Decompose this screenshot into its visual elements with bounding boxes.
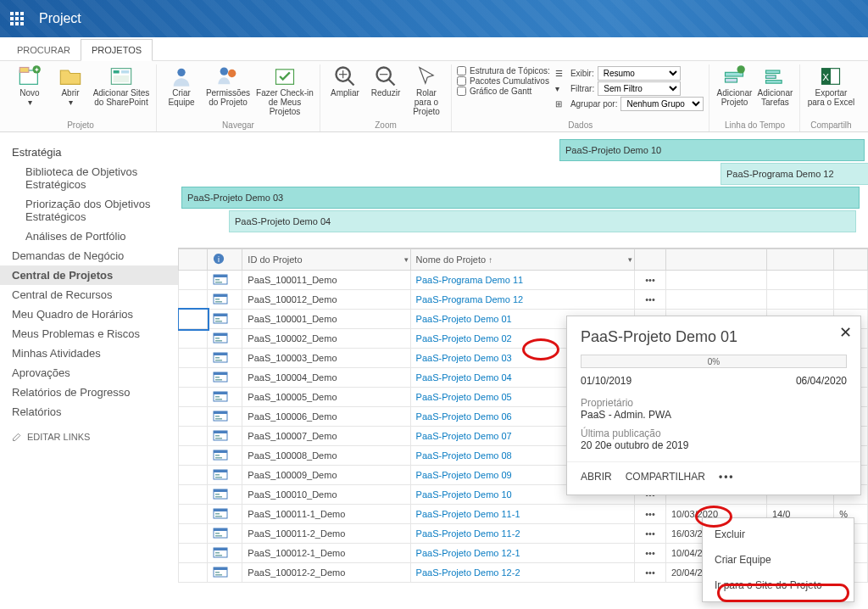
nav-issues-risks[interactable]: Meus Problemas e Riscos [0,324,178,344]
progress-bar: 0% [581,355,847,368]
nav-strategy[interactable]: Estratégia [0,142,178,162]
col-indicator[interactable]: i [208,249,242,271]
row-select-cell[interactable] [179,388,208,407]
zoom-in-button[interactable]: Ampliar [326,64,364,119]
svg-rect-84 [215,533,220,534]
row-more-button[interactable]: ••• [634,271,665,290]
open-button[interactable]: Abrir▾ [51,64,90,119]
svg-rect-33 [215,282,222,283]
row-select-cell[interactable] [179,505,208,524]
create-team-button[interactable]: Criar Equipe [162,64,201,119]
gantt-bar[interactable]: PaaS-Projeto Demo 04 [229,210,856,232]
row-select-cell[interactable] [179,329,208,349]
project-icon [213,312,228,324]
row-name-link[interactable]: PaaS-Programa Demo 12 [410,290,634,310]
col-date2[interactable] [766,249,833,271]
row-id-cell: PaaS_100012_Demo [242,290,410,310]
gantt-bar[interactable]: PaaS-Programa Demo 12 [721,163,868,185]
svg-rect-92 [215,572,220,573]
nav-projects-center[interactable]: Central de Projetos [0,265,178,285]
row-more-button[interactable]: ••• [634,290,665,310]
outline-checkbox[interactable] [457,66,466,75]
row-more-button[interactable]: ••• [634,563,665,583]
row-select-cell[interactable] [179,310,208,329]
nav-objectives-library[interactable]: Biblioteca de Objetivos Estratégicos [0,162,178,194]
svg-rect-85 [215,535,222,537]
ribbon-tabs: PROCURAR PROJETOS [0,37,868,61]
col-pct[interactable] [834,249,868,271]
zoom-out-button[interactable]: Reduzir [366,64,405,119]
col-project-id[interactable]: ID do Projeto▾ [242,249,410,271]
row-select-cell[interactable] [179,290,208,310]
flyout-more-button[interactable]: ••• [719,471,735,483]
nav-progress-reports[interactable]: Relatórios de Progresso [0,383,178,402]
new-project-button[interactable]: ✦ Novo▾ [10,64,49,119]
nav-business-demands[interactable]: Demandas de Negócio [0,246,178,265]
nav-approvals[interactable]: Aprovações [0,363,178,383]
svg-rect-1 [19,68,28,73]
menu-delete[interactable]: Excluir [703,522,854,547]
row-select-cell[interactable] [179,524,208,544]
row-id-cell: PaaS_100012-1_Demo [242,544,410,563]
row-select-cell[interactable] [179,544,208,563]
row-name-link[interactable]: PaaS-Projeto Demo 11-1 [410,505,634,524]
nav-timesheet[interactable]: Meu Quadro de Horários [0,304,178,324]
row-name-link[interactable]: PaaS-Projeto Demo 12-1 [410,544,634,563]
close-icon[interactable]: ✕ [839,323,852,342]
row-select-cell[interactable] [179,446,208,466]
app-launcher-icon[interactable] [10,12,24,25]
col-select[interactable] [179,249,208,271]
flyout-open-button[interactable]: ABRIR [581,471,612,483]
row-select-cell[interactable] [179,407,208,427]
row-select-cell[interactable] [179,485,208,505]
row-more-button[interactable]: ••• [634,524,665,544]
add-tasks-button[interactable]: Adicionar Tarefas [755,64,794,119]
scroll-to-project-button[interactable]: Rolar para o Projeto [407,64,446,119]
row-select-cell[interactable] [179,271,208,290]
nav-activities[interactable]: Minhas Atividades [0,344,178,363]
svg-rect-40 [215,318,220,320]
nav-reports[interactable]: Relatórios [0,402,178,422]
row-select-cell[interactable] [179,427,208,446]
cumulative-checkbox[interactable] [457,76,466,86]
table-row[interactable]: PaaS_100011_DemoPaaS-Programa Demo 11••• [179,271,868,290]
gantt-bar[interactable]: PaaS-Projeto Demo 03 [181,187,860,209]
add-sharepoint-sites-button[interactable]: Adicionar Sites do SharePoint [92,64,151,119]
row-select-cell[interactable] [179,349,208,368]
flyout-share-button[interactable]: COMPARTILHAR [626,471,705,483]
row-name-link[interactable]: PaaS-Projeto Demo 11-2 [410,524,634,544]
col-project-name[interactable]: Nome do Projeto ↑▾ [410,249,634,271]
table-row[interactable]: PaaS_100012_DemoPaaS-Programa Demo 12••• [179,290,868,310]
add-project-icon [722,66,746,87]
row-id-cell: PaaS_100010_Demo [242,485,410,505]
row-name-link[interactable]: PaaS-Programa Demo 11 [410,271,634,290]
filter-select[interactable]: Sem Filtro [598,81,681,96]
col-date1[interactable] [665,249,766,271]
export-excel-button[interactable]: X Exportar para o Excel [805,64,856,119]
row-select-cell[interactable] [179,466,208,485]
menu-go-to-site[interactable]: Ir para o Site do Projeto [703,573,854,598]
nav-portfolio-analyses[interactable]: Análises de Portfólio [0,226,178,246]
row-indicator-cell [208,368,242,388]
row-select-cell[interactable] [179,368,208,388]
tab-browse[interactable]: PROCURAR [7,40,81,60]
svg-rect-88 [215,552,220,554]
nav-prioritization[interactable]: Priorização dos Objetivos Estratégicos [0,194,178,226]
edit-links-button[interactable]: EDITAR LINKS [0,422,178,452]
tab-projects[interactable]: PROJETOS [81,39,153,61]
project-permissions-button[interactable]: Permissões do Projeto [203,64,253,119]
view-select[interactable]: Resumo [598,66,681,81]
gantt-timeline[interactable]: PaaS-Projeto Demo 10 PaaS-Programa Demo … [178,132,868,241]
row-more-button[interactable]: ••• [634,544,665,563]
row-name-link[interactable]: PaaS-Projeto Demo 12-2 [410,563,634,583]
cursor-icon [415,66,438,87]
nav-resources-center[interactable]: Central de Recursos [0,285,178,304]
checkin-projects-button[interactable]: Fazer Check-in de Meus Projetos [255,64,314,119]
add-project-timeline-button[interactable]: Adicionar Projeto [715,64,754,119]
gantt-bar[interactable]: PaaS-Projeto Demo 10 [559,139,865,161]
gantt-checkbox[interactable] [457,87,466,96]
row-select-cell[interactable] [179,563,208,583]
group-select[interactable]: Nenhum Grupo [620,97,704,111]
row-more-button[interactable]: ••• [634,505,665,524]
menu-create-team[interactable]: Criar Equipe [703,547,854,573]
